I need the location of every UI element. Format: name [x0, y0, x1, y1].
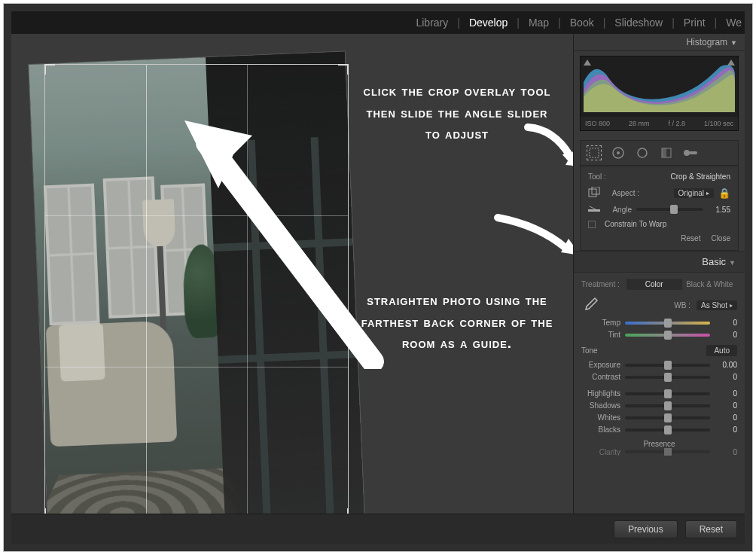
- module-picker: Library | Develop | Map | Book | Slidesh…: [11, 11, 745, 34]
- spot-removal-icon[interactable]: [611, 145, 626, 160]
- whites-slider[interactable]: [625, 416, 710, 419]
- presence-label: Presence: [581, 440, 737, 448]
- angle-icon[interactable]: [588, 205, 602, 214]
- grad-filter-icon[interactable]: [659, 145, 674, 160]
- constrain-label: Constrain To Warp: [605, 220, 666, 228]
- angle-value[interactable]: 1.55: [708, 206, 730, 214]
- image-canvas[interactable]: click the crop overlay tool then slide t…: [11, 34, 573, 544]
- clarity-label: Clarity: [581, 448, 620, 456]
- wb-select[interactable]: As Shot▸: [697, 300, 737, 310]
- tool-strip: [580, 140, 739, 166]
- histo-focal: 28 mm: [629, 120, 650, 127]
- crop-close-button[interactable]: Close: [711, 234, 730, 242]
- crop-panel: Tool : Crop & Straighten Aspect : Origin…: [580, 166, 739, 251]
- histogram-plot: [584, 59, 735, 112]
- histo-aperture: f / 2.8: [668, 120, 685, 127]
- aspect-select[interactable]: Original▸: [674, 188, 714, 198]
- auto-tone-button[interactable]: Auto: [706, 345, 737, 356]
- svg-point-7: [684, 150, 690, 156]
- crop-tool-icon[interactable]: [587, 145, 602, 160]
- histo-iso: ISO 800: [585, 120, 610, 127]
- tint-value[interactable]: 0: [715, 331, 737, 339]
- aspect-lock-icon[interactable]: 🔒: [718, 188, 730, 199]
- whites-label: Whites: [581, 413, 620, 422]
- highlights-slider[interactable]: [625, 392, 710, 395]
- svg-rect-0: [590, 148, 599, 157]
- exposure-value[interactable]: 0.00: [715, 361, 737, 369]
- crop-tool-label: Tool :: [588, 172, 606, 181]
- svg-rect-9: [589, 189, 596, 197]
- histogram[interactable]: ISO 800 28 mm f / 2.8 1/100 sec: [580, 56, 739, 131]
- angle-slider[interactable]: [636, 208, 703, 211]
- svg-rect-10: [592, 187, 599, 194]
- previous-button[interactable]: Previous: [614, 520, 678, 538]
- brush-tool-icon[interactable]: [683, 145, 698, 160]
- redeye-tool-icon[interactable]: [635, 145, 650, 160]
- arrow-annotation-tool: [523, 121, 573, 174]
- bottom-bar: Previous Reset: [11, 514, 745, 544]
- histogram-header[interactable]: Histogram▼: [574, 34, 745, 51]
- blacks-slider[interactable]: [625, 428, 710, 431]
- arrow-annotation-slider: [493, 210, 573, 263]
- aspect-icon[interactable]: [588, 187, 602, 199]
- arrow-annotation-main: [162, 98, 388, 369]
- highlights-value[interactable]: 0: [715, 389, 737, 398]
- constrain-checkbox[interactable]: [588, 221, 596, 228]
- angle-label: Angle: [606, 206, 632, 214]
- contrast-slider[interactable]: [625, 376, 710, 379]
- temp-value[interactable]: 0: [715, 319, 737, 327]
- whites-value[interactable]: 0: [715, 413, 737, 422]
- svg-rect-6: [662, 148, 666, 157]
- exposure-slider[interactable]: [625, 364, 710, 367]
- svg-point-4: [640, 151, 645, 155]
- svg-rect-8: [689, 151, 697, 154]
- shadows-label: Shadows: [581, 401, 620, 410]
- exposure-label: Exposure: [581, 361, 620, 369]
- highlights-label: Highlights: [581, 389, 620, 398]
- right-panel: Histogram▼ ISO 800 28 mm: [573, 34, 745, 544]
- blacks-label: Blacks: [581, 425, 620, 434]
- module-book[interactable]: Book: [567, 17, 597, 29]
- basic-panel: Treatment : Color Black & White WB : As …: [574, 273, 745, 465]
- wb-label: WB :: [674, 301, 690, 310]
- module-library[interactable]: Library: [413, 17, 451, 29]
- blacks-value[interactable]: 0: [715, 425, 737, 434]
- tint-label: Tint: [581, 331, 620, 339]
- annotation-bottom: straighten photo using the farthest back…: [359, 290, 555, 355]
- shadows-value[interactable]: 0: [715, 401, 737, 410]
- module-slideshow[interactable]: Slideshow: [611, 17, 666, 29]
- tint-slider[interactable]: [625, 334, 710, 337]
- histo-shutter: 1/100 sec: [704, 120, 733, 127]
- crop-tool-name: Crop & Straighten: [671, 172, 731, 181]
- contrast-label: Contrast: [581, 373, 620, 381]
- module-web[interactable]: We: [723, 17, 745, 29]
- temp-label: Temp: [581, 319, 620, 327]
- treatment-color[interactable]: Color: [626, 279, 682, 290]
- wb-eyedropper-icon[interactable]: [581, 296, 599, 314]
- basic-header[interactable]: Basic▼: [574, 251, 745, 273]
- module-map[interactable]: Map: [526, 17, 552, 29]
- reset-button[interactable]: Reset: [685, 520, 737, 538]
- tone-label: Tone: [581, 346, 598, 355]
- svg-point-2: [617, 151, 620, 154]
- temp-slider[interactable]: [625, 322, 710, 325]
- crop-reset-button[interactable]: Reset: [681, 234, 700, 242]
- aspect-label: Aspect :: [606, 189, 639, 197]
- shadows-slider[interactable]: [625, 404, 710, 407]
- module-print[interactable]: Print: [681, 17, 709, 29]
- module-develop[interactable]: Develop: [466, 17, 511, 29]
- contrast-value[interactable]: 0: [715, 373, 737, 381]
- treatment-label: Treatment :: [581, 280, 626, 288]
- clarity-slider[interactable]: [625, 450, 710, 453]
- treatment-bw[interactable]: Black & White: [682, 279, 738, 290]
